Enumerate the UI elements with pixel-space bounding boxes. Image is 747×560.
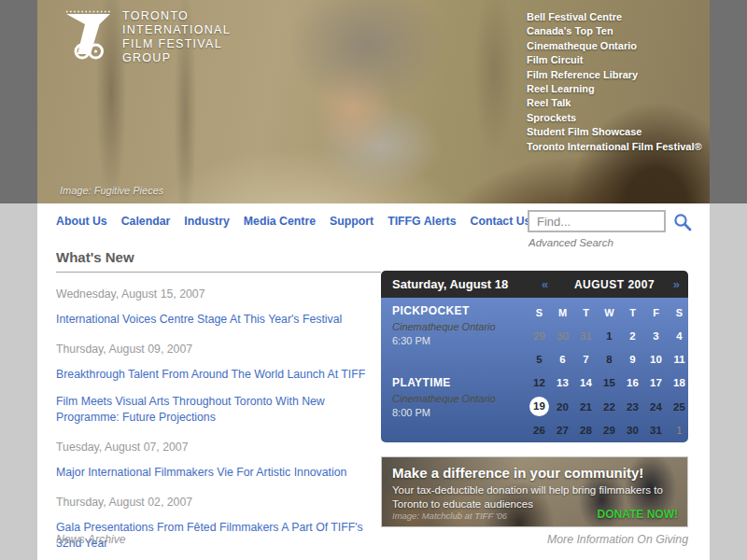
hero-link-item: Student Film Showcase: [527, 125, 702, 139]
tiffg-logo[interactable]: TORONTO INTERNATIONAL FILM FESTIVAL GROU…: [62, 9, 231, 65]
calendar-next-icon[interactable]: »: [673, 277, 680, 291]
calendar-day-header: F: [653, 307, 659, 318]
nav-link-contact-us[interactable]: Contact Us: [471, 215, 531, 228]
calendar-day: 24: [650, 401, 662, 413]
nav-link-about-us[interactable]: About Us: [56, 215, 107, 228]
calendar-day[interactable]: 3: [653, 330, 658, 342]
calendar-day: 15: [603, 377, 615, 388]
calendar-day[interactable]: 19: [529, 397, 549, 416]
event-title-link[interactable]: PICKPOCKET: [392, 304, 532, 317]
donate-banner[interactable]: Make a difference in your community! You…: [381, 456, 688, 527]
calendar-grid: SMTWTFS293031123456789101112131415161718…: [528, 301, 691, 442]
calendar-day[interactable]: 14: [580, 377, 592, 388]
right-rail: [710, 203, 747, 560]
hero-link-item: Film Circuit: [527, 53, 702, 67]
logo-line: GROUP: [122, 51, 231, 65]
calendar-day: 1: [606, 330, 612, 342]
calendar-day[interactable]: 13: [557, 377, 569, 388]
calendar-day: 30: [627, 425, 639, 436]
nav-link-tiffg-alerts[interactable]: TIFFG Alerts: [388, 215, 456, 228]
hero-link[interactable]: Film Reference Library: [527, 68, 702, 82]
calendar-day[interactable]: 17: [650, 377, 662, 388]
hero-link-item: Reel Learning: [527, 82, 702, 96]
donate-now-link[interactable]: DONATE NOW!: [598, 508, 678, 521]
calendar-day: 22: [603, 401, 615, 413]
hero-link[interactable]: Cinematheque Ontario: [527, 39, 702, 53]
page: TORONTO INTERNATIONAL FILM FESTIVAL GROU…: [0, 0, 747, 560]
nav-link-media-centre[interactable]: Media Centre: [244, 215, 316, 228]
calendar-day: 25: [673, 401, 685, 413]
hero-link[interactable]: Student Film Showcase: [527, 125, 702, 139]
calendar-body: PICKPOCKET Cinematheque Ontario 6:30 PM …: [381, 298, 688, 442]
whats-new-section: What's New Wednesday, August 15, 2007Int…: [56, 249, 381, 556]
hero-link[interactable]: Reel Learning: [527, 82, 702, 96]
calendar-day: 21: [580, 401, 592, 413]
calendar-day[interactable]: 4: [676, 330, 682, 342]
advanced-search-link[interactable]: Advanced Search: [529, 237, 613, 248]
nav-link-calendar[interactable]: Calendar: [121, 215, 171, 228]
logo-line: FILM FESTIVAL: [122, 37, 231, 51]
calendar-day-header: T: [583, 307, 589, 318]
calendar-day[interactable]: 16: [627, 377, 639, 388]
donate-image-credit: Image: Matchclub at TIFF '06: [392, 511, 507, 521]
calendar-day-header: M: [558, 307, 567, 318]
news-list: Wednesday, August 15, 2007International …: [56, 287, 381, 552]
whats-new-title: What's New: [56, 249, 381, 265]
hero-link-item: Toronto International Film Festival®: [527, 140, 702, 154]
calendar-day-header: S: [676, 307, 683, 318]
tiffg-logo-text: TORONTO INTERNATIONAL FILM FESTIVAL GROU…: [122, 9, 231, 65]
calendar-day: 20: [557, 401, 569, 413]
hero-image-caption: Image: Fugitive Pieces: [60, 185, 163, 196]
calendar-day[interactable]: 9: [629, 354, 635, 365]
tiffg-logo-icon: [62, 9, 114, 62]
hero-link[interactable]: Reel Talk: [527, 96, 702, 110]
calendar-day-header: W: [604, 307, 613, 318]
hero-links: Bell Festival CentreCanada's Top TenCine…: [527, 10, 702, 154]
news-headline-link[interactable]: Film Meets Visual Arts Throughout Toront…: [56, 394, 381, 426]
search-icon[interactable]: [673, 213, 693, 232]
calendar-day: 31: [650, 425, 662, 436]
calendar-day: 8: [606, 354, 612, 365]
calendar-month-label: AUGUST 2007: [563, 278, 666, 291]
calendar-day[interactable]: 2: [629, 330, 635, 342]
calendar-day[interactable]: 10: [650, 354, 662, 365]
hero-link[interactable]: Film Circuit: [527, 53, 702, 67]
calendar-day[interactable]: 11: [673, 354, 684, 365]
calendar-day[interactable]: 7: [583, 354, 588, 365]
news-archive-link[interactable]: News Archive: [56, 533, 126, 546]
nav-link-industry[interactable]: Industry: [184, 215, 230, 228]
logo-line: INTERNATIONAL: [122, 23, 231, 37]
nav-link-support[interactable]: Support: [330, 215, 374, 228]
event-venue: Cinematheque Ontario: [392, 321, 532, 332]
hero-link-item: Film Reference Library: [527, 68, 702, 82]
calendar-day: 28: [580, 425, 592, 436]
calendar-day[interactable]: 18: [673, 377, 685, 388]
news-headline-link[interactable]: Breakthrough Talent From Around The Worl…: [56, 367, 381, 383]
hero-link[interactable]: Toronto International Film Festival®: [527, 140, 702, 154]
left-rail: [0, 203, 37, 560]
news-headline-link[interactable]: International Voices Centre Stage At Thi…: [56, 312, 381, 328]
calendar-today-circle: 19: [529, 397, 549, 416]
event-venue: Cinematheque Ontario: [392, 393, 532, 404]
calendar-day[interactable]: 6: [559, 354, 565, 365]
news-group: Thursday, August 09, 2007Breakthrough Ta…: [56, 343, 381, 426]
calendar-day: 1: [676, 425, 682, 436]
calendar-event: PICKPOCKET Cinematheque Ontario 6:30 PM: [392, 304, 532, 346]
calendar-prev-icon[interactable]: «: [542, 277, 548, 291]
hero-image: TORONTO INTERNATIONAL FILM FESTIVAL GROU…: [37, 0, 710, 203]
hero-link-item: Sprockets: [527, 111, 702, 125]
more-information-on-giving-link[interactable]: More Information On Giving: [381, 533, 688, 546]
hero-link[interactable]: Bell Festival Centre: [527, 10, 702, 24]
news-headline-link[interactable]: Major International Filmmakers Vie For A…: [56, 465, 381, 481]
calendar-day-header: S: [536, 307, 543, 318]
search-input[interactable]: [528, 210, 666, 232]
calendar-day: 29: [603, 425, 615, 436]
main-nav: About UsCalendarIndustryMedia CentreSupp…: [56, 215, 530, 228]
calendar-day: 30: [557, 330, 569, 342]
logo-line: TORONTO: [122, 9, 231, 23]
event-time: 6:30 PM: [392, 335, 532, 346]
hero-link[interactable]: Sprockets: [527, 111, 702, 125]
event-title-link[interactable]: PLAYTIME: [392, 376, 532, 389]
calendar-day: 31: [580, 330, 592, 342]
hero-link[interactable]: Canada's Top Ten: [527, 24, 702, 38]
